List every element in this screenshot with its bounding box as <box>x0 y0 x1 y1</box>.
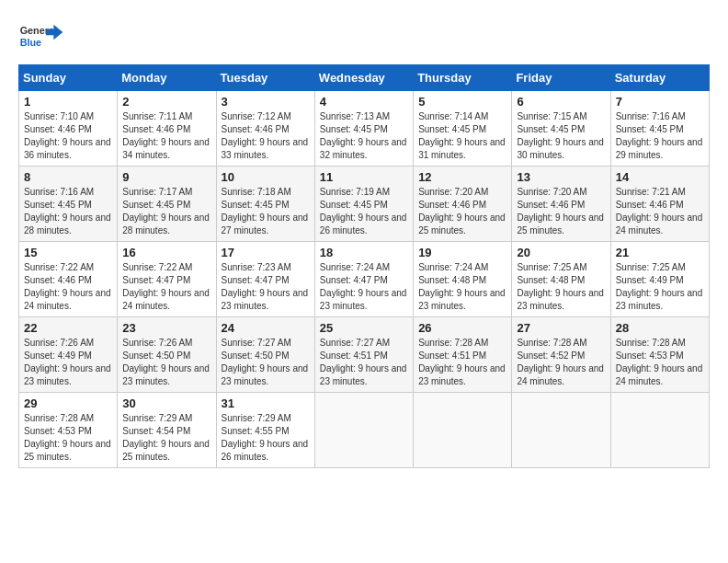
day-number: 11 <box>320 170 408 184</box>
day-info: Sunrise: 7:28 AMSunset: 4:51 PMDaylight:… <box>418 337 506 388</box>
day-info: Sunrise: 7:17 AMSunset: 4:45 PMDaylight:… <box>122 186 210 237</box>
calendar-cell: 31Sunrise: 7:29 AMSunset: 4:55 PMDayligh… <box>216 393 314 468</box>
day-info: Sunrise: 7:19 AMSunset: 4:45 PMDaylight:… <box>320 186 408 237</box>
calendar-cell: 9Sunrise: 7:17 AMSunset: 4:45 PMDaylight… <box>118 167 216 242</box>
calendar-cell: 19Sunrise: 7:24 AMSunset: 4:48 PMDayligh… <box>414 242 512 317</box>
day-info: Sunrise: 7:27 AMSunset: 4:51 PMDaylight:… <box>320 337 408 388</box>
calendar-cell: 25Sunrise: 7:27 AMSunset: 4:51 PMDayligh… <box>314 317 413 393</box>
day-info: Sunrise: 7:25 AMSunset: 4:49 PMDaylight:… <box>616 261 704 313</box>
day-number: 12 <box>418 170 506 184</box>
calendar-cell: 7Sunrise: 7:16 AMSunset: 4:45 PMDaylight… <box>610 91 709 167</box>
calendar-day-header: Monday <box>118 65 216 91</box>
calendar-cell: 11Sunrise: 7:19 AMSunset: 4:45 PMDayligh… <box>314 167 413 242</box>
calendar-cell: 13Sunrise: 7:20 AMSunset: 4:46 PMDayligh… <box>512 167 610 242</box>
calendar-table: SundayMondayTuesdayWednesdayThursdayFrid… <box>18 64 710 468</box>
day-number: 26 <box>418 321 506 335</box>
calendar-cell: 4Sunrise: 7:13 AMSunset: 4:45 PMDaylight… <box>314 91 413 167</box>
day-info: Sunrise: 7:21 AMSunset: 4:46 PMDaylight:… <box>616 186 704 237</box>
logo: General Blue <box>18 18 64 55</box>
calendar-cell: 27Sunrise: 7:28 AMSunset: 4:52 PMDayligh… <box>512 317 610 393</box>
calendar-week-row: 29Sunrise: 7:28 AMSunset: 4:53 PMDayligh… <box>19 393 710 468</box>
calendar-cell: 29Sunrise: 7:28 AMSunset: 4:53 PMDayligh… <box>19 393 118 468</box>
calendar-cell: 10Sunrise: 7:18 AMSunset: 4:45 PMDayligh… <box>216 167 314 242</box>
day-number: 3 <box>222 95 310 109</box>
day-info: Sunrise: 7:26 AMSunset: 4:49 PMDaylight:… <box>24 337 112 388</box>
calendar-cell <box>512 393 610 468</box>
calendar-cell: 22Sunrise: 7:26 AMSunset: 4:49 PMDayligh… <box>19 317 118 393</box>
day-number: 19 <box>418 246 506 259</box>
day-info: Sunrise: 7:11 AMSunset: 4:46 PMDaylight:… <box>122 110 210 162</box>
day-number: 30 <box>122 396 210 410</box>
day-number: 6 <box>517 95 605 109</box>
day-number: 14 <box>616 170 704 184</box>
calendar-cell: 26Sunrise: 7:28 AMSunset: 4:51 PMDayligh… <box>414 317 512 393</box>
day-info: Sunrise: 7:14 AMSunset: 4:45 PMDaylight:… <box>418 110 506 162</box>
day-info: Sunrise: 7:24 AMSunset: 4:48 PMDaylight:… <box>418 261 506 313</box>
day-info: Sunrise: 7:15 AMSunset: 4:45 PMDaylight:… <box>517 110 605 162</box>
day-info: Sunrise: 7:27 AMSunset: 4:50 PMDaylight:… <box>222 337 310 388</box>
day-number: 9 <box>122 170 210 184</box>
day-number: 13 <box>517 170 605 184</box>
day-info: Sunrise: 7:12 AMSunset: 4:46 PMDaylight:… <box>222 110 310 162</box>
day-number: 5 <box>418 95 506 109</box>
calendar-header-row: SundayMondayTuesdayWednesdayThursdayFrid… <box>19 65 710 91</box>
day-info: Sunrise: 7:16 AMSunset: 4:45 PMDaylight:… <box>616 110 704 162</box>
calendar-cell: 24Sunrise: 7:27 AMSunset: 4:50 PMDayligh… <box>216 317 314 393</box>
calendar-cell: 23Sunrise: 7:26 AMSunset: 4:50 PMDayligh… <box>118 317 216 393</box>
calendar-cell: 14Sunrise: 7:21 AMSunset: 4:46 PMDayligh… <box>610 167 709 242</box>
day-number: 7 <box>616 95 704 109</box>
calendar-cell: 30Sunrise: 7:29 AMSunset: 4:54 PMDayligh… <box>118 393 216 468</box>
day-info: Sunrise: 7:28 AMSunset: 4:53 PMDaylight:… <box>24 412 112 464</box>
calendar-cell <box>414 393 512 468</box>
calendar-day-header: Tuesday <box>216 65 314 91</box>
day-number: 4 <box>320 95 408 109</box>
day-number: 20 <box>517 246 605 259</box>
calendar-week-row: 1Sunrise: 7:10 AMSunset: 4:46 PMDaylight… <box>19 91 710 167</box>
day-info: Sunrise: 7:22 AMSunset: 4:47 PMDaylight:… <box>122 261 210 313</box>
day-number: 16 <box>122 246 210 259</box>
calendar-cell: 20Sunrise: 7:25 AMSunset: 4:48 PMDayligh… <box>512 242 610 317</box>
day-number: 8 <box>24 170 112 184</box>
calendar-cell: 6Sunrise: 7:15 AMSunset: 4:45 PMDaylight… <box>512 91 610 167</box>
day-info: Sunrise: 7:28 AMSunset: 4:53 PMDaylight:… <box>616 337 704 388</box>
day-info: Sunrise: 7:28 AMSunset: 4:52 PMDaylight:… <box>517 337 605 388</box>
calendar-cell: 15Sunrise: 7:22 AMSunset: 4:46 PMDayligh… <box>19 242 118 317</box>
calendar-week-row: 22Sunrise: 7:26 AMSunset: 4:49 PMDayligh… <box>19 317 710 393</box>
calendar-cell: 16Sunrise: 7:22 AMSunset: 4:47 PMDayligh… <box>118 242 216 317</box>
day-info: Sunrise: 7:18 AMSunset: 4:45 PMDaylight:… <box>222 186 310 237</box>
calendar-cell: 8Sunrise: 7:16 AMSunset: 4:45 PMDaylight… <box>19 167 118 242</box>
day-number: 1 <box>24 95 112 109</box>
day-info: Sunrise: 7:25 AMSunset: 4:48 PMDaylight:… <box>517 261 605 313</box>
calendar-week-row: 8Sunrise: 7:16 AMSunset: 4:45 PMDaylight… <box>19 167 710 242</box>
day-info: Sunrise: 7:13 AMSunset: 4:45 PMDaylight:… <box>320 110 408 162</box>
day-info: Sunrise: 7:20 AMSunset: 4:46 PMDaylight:… <box>517 186 605 237</box>
day-number: 25 <box>320 321 408 335</box>
calendar-cell: 3Sunrise: 7:12 AMSunset: 4:46 PMDaylight… <box>216 91 314 167</box>
calendar-cell: 28Sunrise: 7:28 AMSunset: 4:53 PMDayligh… <box>610 317 709 393</box>
day-info: Sunrise: 7:20 AMSunset: 4:46 PMDaylight:… <box>418 186 506 237</box>
day-info: Sunrise: 7:16 AMSunset: 4:45 PMDaylight:… <box>24 186 112 237</box>
day-info: Sunrise: 7:24 AMSunset: 4:47 PMDaylight:… <box>320 261 408 313</box>
day-number: 2 <box>122 95 210 109</box>
day-info: Sunrise: 7:22 AMSunset: 4:46 PMDaylight:… <box>24 261 112 313</box>
calendar-cell: 2Sunrise: 7:11 AMSunset: 4:46 PMDaylight… <box>118 91 216 167</box>
calendar-cell: 18Sunrise: 7:24 AMSunset: 4:47 PMDayligh… <box>314 242 413 317</box>
logo-icon: General Blue <box>18 18 64 55</box>
day-number: 21 <box>616 246 704 259</box>
calendar-cell: 1Sunrise: 7:10 AMSunset: 4:46 PMDaylight… <box>19 91 118 167</box>
day-number: 23 <box>122 321 210 335</box>
day-number: 22 <box>24 321 112 335</box>
day-number: 15 <box>24 246 112 259</box>
calendar-cell: 17Sunrise: 7:23 AMSunset: 4:47 PMDayligh… <box>216 242 314 317</box>
day-number: 17 <box>222 246 310 259</box>
day-info: Sunrise: 7:23 AMSunset: 4:47 PMDaylight:… <box>222 261 310 313</box>
calendar-cell: 21Sunrise: 7:25 AMSunset: 4:49 PMDayligh… <box>610 242 709 317</box>
day-number: 28 <box>616 321 704 335</box>
calendar-day-header: Sunday <box>19 65 118 91</box>
day-info: Sunrise: 7:10 AMSunset: 4:46 PMDaylight:… <box>24 110 112 162</box>
day-number: 29 <box>24 396 112 410</box>
calendar-day-header: Friday <box>512 65 610 91</box>
calendar-day-header: Wednesday <box>314 65 413 91</box>
day-number: 18 <box>320 246 408 259</box>
calendar-week-row: 15Sunrise: 7:22 AMSunset: 4:46 PMDayligh… <box>19 242 710 317</box>
